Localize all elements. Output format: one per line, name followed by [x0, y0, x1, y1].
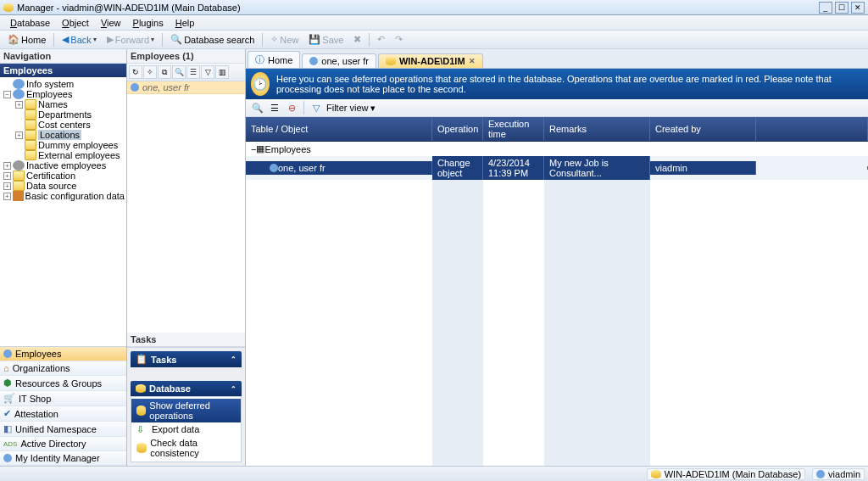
- app-icon: [3, 3, 14, 12]
- filter-view-button[interactable]: Filter view▾: [326, 103, 376, 114]
- col-operation[interactable]: Operation: [432, 117, 483, 141]
- menu-database[interactable]: Database: [5, 17, 55, 29]
- col-shade: [432, 142, 483, 466]
- nav-tree: Info system −Employees +Names Department…: [0, 77, 126, 346]
- filter-icon[interactable]: ▽: [309, 101, 323, 115]
- database-group-header[interactable]: Database⌃: [131, 381, 242, 396]
- nav-sections: Employees ⌂Organizations ⬢Resources & Gr…: [0, 346, 126, 466]
- result-panel: Employees (1) ↻ ✧ ⧉ 🔍 ☰ ▽ ▥ one, user fr…: [127, 49, 246, 466]
- db-search-button[interactable]: 🔍Database search: [166, 31, 259, 48]
- menu-help[interactable]: Help: [170, 17, 200, 29]
- tree-basic-config[interactable]: +Basic configuration data: [0, 191, 126, 201]
- delete-button[interactable]: ✖: [349, 31, 365, 48]
- navigation-panel: Navigation Employees Info system −Employ…: [0, 49, 127, 466]
- separator: [162, 33, 163, 47]
- section-organizations[interactable]: ⌂Organizations: [0, 361, 126, 376]
- user-icon: [816, 470, 825, 478]
- minimize-button[interactable]: _: [819, 2, 832, 14]
- col-table-object[interactable]: Table / Object: [246, 117, 432, 141]
- tree-data-source[interactable]: +Data source: [0, 181, 126, 191]
- filter-icon[interactable]: ▽: [201, 65, 214, 79]
- close-tab-icon[interactable]: ✕: [469, 57, 476, 65]
- tab-win[interactable]: WIN-ADE\D1IM ✕: [378, 53, 483, 68]
- col-shade: [544, 142, 650, 466]
- task-export[interactable]: ⇩Export data: [131, 422, 241, 436]
- find-icon[interactable]: 🔍: [172, 65, 186, 79]
- menu-object[interactable]: Object: [57, 17, 94, 29]
- tasks-header: Tasks: [127, 333, 245, 347]
- menu-view[interactable]: View: [96, 17, 126, 29]
- expand-icon[interactable]: +: [15, 131, 23, 139]
- user-icon: [309, 57, 318, 65]
- refresh-icon[interactable]: ↻: [129, 65, 142, 79]
- separator: [262, 33, 263, 47]
- separator: [369, 33, 370, 47]
- task-check[interactable]: Check data consistency: [131, 436, 241, 460]
- groupby-icon[interactable]: ☰: [268, 101, 281, 115]
- status-database[interactable]: WIN-ADE\D1IM (Main Database): [647, 468, 805, 480]
- grid-header: Table / Object Operation Execution time …: [246, 117, 868, 142]
- section-my-identity[interactable]: My Identity Manager: [0, 451, 126, 466]
- redo-button[interactable]: ↷: [391, 31, 407, 48]
- new-button[interactable]: ✧New: [266, 31, 303, 48]
- tree-names[interactable]: +Names: [0, 99, 126, 109]
- find-icon[interactable]: 🔍: [251, 101, 264, 115]
- save-button[interactable]: 💾Save: [304, 31, 348, 48]
- tree-dummy[interactable]: Dummy employees: [0, 140, 126, 150]
- section-attestation[interactable]: ✔Attestation: [0, 406, 126, 422]
- col-remarks[interactable]: Remarks: [544, 117, 650, 141]
- section-active-directory[interactable]: ADSActive Directory: [0, 437, 126, 451]
- menu-plugins[interactable]: Plugins: [128, 17, 169, 29]
- task-deferred[interactable]: Show deferred operations: [131, 399, 241, 422]
- expand-icon[interactable]: +: [3, 162, 11, 170]
- status-user[interactable]: viadmin: [812, 468, 865, 480]
- section-unified[interactable]: ◧Unified Namespace: [0, 422, 126, 437]
- clone-icon[interactable]: ⧉: [158, 65, 171, 79]
- tree-employees[interactable]: −Employees: [0, 89, 126, 99]
- tree-inactive[interactable]: +Inactive employees: [0, 160, 126, 171]
- section-resources[interactable]: ⬢Resources & Groups: [0, 376, 126, 391]
- chevron-up-icon: ⌃: [231, 355, 236, 363]
- tree-cost-centers[interactable]: Cost centers: [0, 120, 126, 130]
- expand-icon[interactable]: +: [3, 172, 11, 180]
- database-task-body: Show deferred operations ⇩Export data Ch…: [131, 396, 242, 462]
- section-it-shop[interactable]: 🛒IT Shop: [0, 391, 126, 406]
- forward-button[interactable]: ▶Forward▾: [103, 31, 159, 48]
- col-created-by[interactable]: Created by: [650, 117, 756, 141]
- groupby-icon[interactable]: ☰: [186, 65, 200, 79]
- delete-icon[interactable]: ⊖: [285, 101, 298, 115]
- collapse-icon[interactable]: −: [3, 91, 11, 98]
- close-window-button[interactable]: ✕: [851, 2, 865, 14]
- banner-text: Here you can see deferred operations tha…: [276, 74, 863, 94]
- expand-icon[interactable]: +: [3, 182, 11, 190]
- grid-group-row[interactable]: − ▦ Employees: [246, 142, 868, 156]
- grid-data-row[interactable]: one, user fr Change object 4/23/2014 11:…: [246, 156, 868, 180]
- columns-icon[interactable]: ▥: [215, 65, 229, 79]
- tab-user[interactable]: one, user fr: [302, 53, 376, 68]
- expand-icon[interactable]: +: [15, 101, 23, 109]
- tree-certification[interactable]: +Certification: [0, 171, 126, 181]
- db-icon: [651, 470, 661, 478]
- list-item[interactable]: one, user fr: [127, 81, 245, 94]
- back-button[interactable]: ◀Back▾: [58, 31, 100, 48]
- user-icon: [270, 164, 278, 172]
- db-icon: [386, 57, 396, 65]
- grid-body: − ▦ Employees one, user fr Change object…: [246, 142, 868, 466]
- info-banner: 🕑 Here you can see deferred operations t…: [246, 69, 868, 99]
- col-exec-time[interactable]: Execution time: [483, 117, 544, 141]
- tab-home[interactable]: ⓘHome: [248, 51, 300, 68]
- home-button[interactable]: 🏠Home: [3, 31, 50, 48]
- tree-info-system[interactable]: Info system: [0, 79, 126, 89]
- undo-button[interactable]: ↶: [373, 31, 389, 48]
- new-icon[interactable]: ✧: [143, 65, 157, 79]
- expand-icon[interactable]: +: [3, 193, 11, 200]
- grid-toolbar: 🔍 ☰ ⊖ ▽ Filter view▾: [246, 99, 868, 117]
- category-header: Employees: [0, 64, 126, 77]
- tasks-group-header[interactable]: 📋Tasks⌃: [131, 351, 242, 367]
- tree-external[interactable]: External employees: [0, 150, 126, 160]
- maximize-button[interactable]: ☐: [835, 2, 849, 14]
- tree-locations[interactable]: +Locations: [0, 130, 126, 140]
- section-employees[interactable]: Employees: [0, 347, 126, 361]
- chevron-up-icon: ⌃: [231, 385, 236, 393]
- tree-departments[interactable]: Departments: [0, 109, 126, 120]
